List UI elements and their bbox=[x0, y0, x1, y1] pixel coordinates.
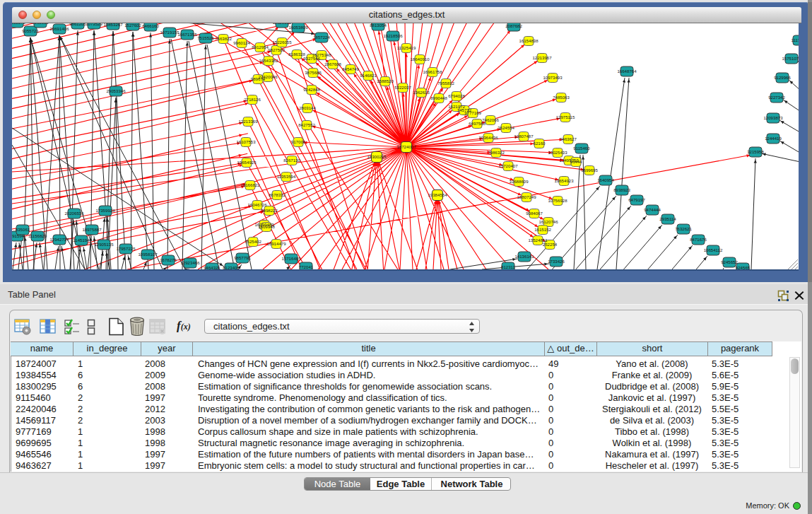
svg-text:10688609: 10688609 bbox=[509, 179, 529, 184]
svg-text:62160: 62160 bbox=[534, 141, 546, 146]
svg-text:8427552: 8427552 bbox=[298, 122, 315, 127]
svg-text:9055721: 9055721 bbox=[22, 28, 39, 33]
svg-text:812311: 812311 bbox=[501, 264, 515, 269]
svg-text:7663822: 7663822 bbox=[215, 36, 232, 41]
svg-text:10719155: 10719155 bbox=[160, 30, 180, 35]
svg-text:8471676: 8471676 bbox=[690, 237, 707, 242]
svg-text:1073529: 1073529 bbox=[86, 23, 102, 26]
svg-text:917006: 917006 bbox=[291, 139, 306, 144]
svg-text:7462066: 7462066 bbox=[482, 117, 499, 122]
svg-text:2718126: 2718126 bbox=[244, 97, 261, 102]
svg-text:6466160: 6466160 bbox=[142, 23, 159, 28]
svg-text:3875685: 3875685 bbox=[305, 70, 322, 75]
svg-text:7625402: 7625402 bbox=[245, 239, 261, 244]
svg-text:1857224: 1857224 bbox=[313, 35, 330, 40]
svg-text:18975887: 18975887 bbox=[82, 227, 102, 232]
svg-text:16648764: 16648764 bbox=[617, 69, 637, 74]
svg-text:7632621: 7632621 bbox=[675, 226, 692, 231]
svg-text:7485063: 7485063 bbox=[553, 95, 570, 100]
svg-text:9699695: 9699695 bbox=[581, 168, 598, 173]
svg-text:19218506: 19218506 bbox=[383, 33, 403, 38]
svg-text:8454749: 8454749 bbox=[342, 66, 359, 71]
svg-text:11325419: 11325419 bbox=[397, 45, 416, 50]
svg-text:16914479: 16914479 bbox=[266, 241, 286, 246]
svg-text:2087682: 2087682 bbox=[505, 23, 522, 28]
svg-text:772041: 772041 bbox=[299, 264, 314, 269]
svg-text:1145194: 1145194 bbox=[73, 238, 90, 243]
svg-text:12905135: 12905135 bbox=[94, 242, 114, 247]
svg-text:15720407: 15720407 bbox=[498, 163, 518, 168]
svg-text:1905572: 1905572 bbox=[12, 23, 25, 25]
svg-text:2867608: 2867608 bbox=[324, 62, 341, 66]
svg-text:6794028: 6794028 bbox=[448, 93, 465, 98]
svg-text:1609948: 1609948 bbox=[258, 224, 275, 229]
svg-text:19654923: 19654923 bbox=[554, 178, 574, 183]
svg-text:9245652: 9245652 bbox=[721, 259, 738, 264]
svg-text:16154838: 16154838 bbox=[519, 38, 539, 43]
svg-text:9115460: 9115460 bbox=[573, 146, 590, 151]
svg-text:11353594: 11353594 bbox=[277, 174, 296, 179]
svg-text:1244419: 1244419 bbox=[765, 136, 782, 141]
svg-text:1362615: 1362615 bbox=[413, 90, 430, 95]
svg-text:8813054: 8813054 bbox=[370, 23, 387, 28]
svg-text:10853267: 10853267 bbox=[103, 23, 123, 27]
svg-text:12213369: 12213369 bbox=[238, 119, 258, 124]
svg-text:29053346: 29053346 bbox=[106, 88, 126, 93]
svg-text:5322037: 5322037 bbox=[394, 85, 411, 90]
svg-text:18300295: 18300295 bbox=[367, 154, 387, 159]
svg-text:1733426: 1733426 bbox=[548, 259, 565, 264]
svg-text:9960124: 9960124 bbox=[233, 40, 250, 45]
svg-text:20364436: 20364436 bbox=[478, 135, 498, 140]
svg-text:12942737: 12942737 bbox=[49, 237, 69, 242]
svg-text:16275348: 16275348 bbox=[312, 52, 331, 57]
svg-text:14136141: 14136141 bbox=[514, 254, 534, 259]
svg-text:15716485: 15716485 bbox=[281, 256, 301, 261]
svg-text:15226055: 15226055 bbox=[272, 40, 292, 45]
svg-text:19654925: 19654925 bbox=[237, 160, 257, 165]
svg-text:16046726: 16046726 bbox=[247, 202, 267, 207]
svg-text:2935114: 2935114 bbox=[659, 216, 676, 221]
svg-text:19166822: 19166822 bbox=[240, 182, 260, 187]
svg-text:20206536: 20206536 bbox=[64, 211, 84, 216]
svg-text:9463627: 9463627 bbox=[560, 136, 577, 141]
svg-text:7515526: 7515526 bbox=[197, 35, 214, 40]
svg-text:17359928: 17359928 bbox=[95, 208, 115, 213]
svg-text:16961758: 16961758 bbox=[423, 69, 442, 74]
svg-text:1678275: 1678275 bbox=[160, 257, 177, 262]
svg-text:8267130: 8267130 bbox=[283, 158, 300, 163]
svg-text:16671355: 16671355 bbox=[177, 32, 197, 37]
svg-text:1640954: 1640954 bbox=[597, 177, 614, 182]
svg-text:9146821: 9146821 bbox=[360, 73, 377, 78]
svg-text:10025433: 10025433 bbox=[548, 150, 567, 155]
svg-text:12975115: 12975115 bbox=[556, 115, 575, 119]
svg-text:18724007: 18724007 bbox=[396, 144, 416, 149]
svg-text:835061: 835061 bbox=[16, 227, 30, 232]
svg-text:22420046: 22420046 bbox=[258, 74, 278, 79]
svg-text:16543382: 16543382 bbox=[259, 58, 278, 63]
svg-text:10654112: 10654112 bbox=[704, 247, 723, 252]
svg-text:9242848: 9242848 bbox=[303, 87, 320, 92]
svg-text:8990448: 8990448 bbox=[430, 95, 447, 100]
svg-text:10958107: 10958107 bbox=[138, 252, 158, 257]
svg-text:15751074: 15751074 bbox=[782, 56, 799, 61]
svg-text:2803144: 2803144 bbox=[299, 105, 316, 110]
svg-text:17957225: 17957225 bbox=[116, 246, 136, 251]
svg-text:20691406: 20691406 bbox=[49, 26, 69, 31]
svg-text:9777169: 9777169 bbox=[464, 110, 481, 115]
svg-text:9857791: 9857791 bbox=[234, 255, 251, 260]
svg-text:1615152: 1615152 bbox=[534, 227, 551, 232]
svg-text:252254: 252254 bbox=[543, 242, 558, 247]
svg-text:9084067: 9084067 bbox=[526, 211, 543, 216]
svg-text:12213967: 12213967 bbox=[532, 55, 552, 60]
svg-text:8912954: 8912954 bbox=[252, 45, 269, 49]
svg-text:8938923: 8938923 bbox=[613, 187, 630, 192]
svg-text:16120746: 16120746 bbox=[539, 219, 558, 224]
svg-text:11156829: 11156829 bbox=[28, 233, 47, 238]
svg-text:391594: 391594 bbox=[12, 233, 25, 238]
svg-text:7986322: 7986322 bbox=[488, 150, 505, 155]
svg-text:6479197: 6479197 bbox=[628, 197, 645, 202]
svg-text:19384554: 19384554 bbox=[428, 192, 447, 197]
svg-text:18807249: 18807249 bbox=[517, 194, 536, 199]
svg-text:1117403: 1117403 bbox=[792, 37, 799, 42]
svg-text:96444: 96444 bbox=[570, 159, 583, 164]
